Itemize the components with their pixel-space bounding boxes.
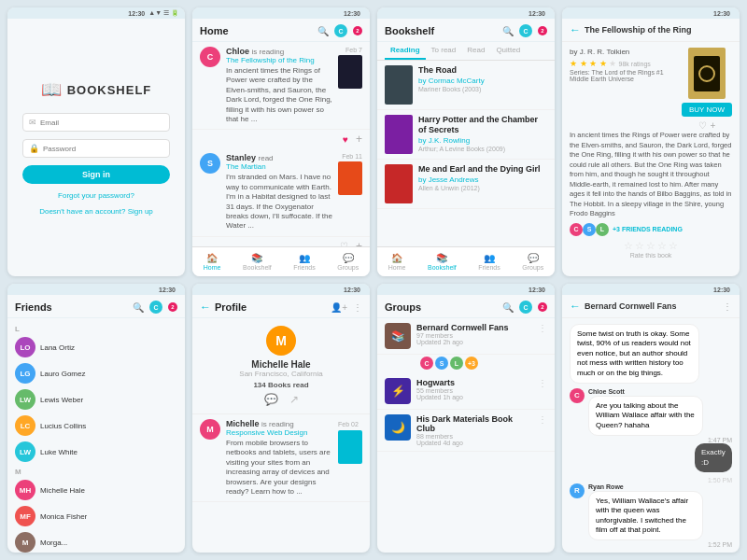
book-item-road[interactable]: The Road by Cormac McCarty Mariner Books… xyxy=(377,61,555,110)
book-item-hp[interactable]: Harry Potter and the Chamber of Secrets … xyxy=(377,110,555,160)
bookshelf-books: The Road by Cormac McCarty Mariner Books… xyxy=(377,61,555,246)
avatar-monica: MF xyxy=(15,506,35,526)
nav-friends-home[interactable]: 👥 Friends xyxy=(289,251,318,273)
feed-text-stanley: I'm stranded on Mars. I have no way to c… xyxy=(226,173,332,231)
user-avatar-friends[interactable]: C xyxy=(149,301,162,314)
notification-badge-bookshelf[interactable]: 2 xyxy=(538,26,547,35)
rate-star-3[interactable]: ☆ xyxy=(646,240,655,252)
add-icon-detail[interactable]: + xyxy=(711,120,716,131)
book-item-earl[interactable]: Me and Earl and the Dying Girl by Jesse … xyxy=(377,160,555,209)
status-bar-detail: 12:30 xyxy=(562,7,740,19)
search-icon-friends[interactable]: 🔍 xyxy=(133,302,144,313)
rate-star-2[interactable]: ☆ xyxy=(635,240,644,252)
signup-link[interactable]: Sign up xyxy=(128,207,153,216)
time: 12:30 xyxy=(128,10,145,17)
add-icon[interactable]: + xyxy=(356,133,362,146)
name-lucius: Lucius Collins xyxy=(40,422,86,430)
password-field[interactable]: 🔒 xyxy=(22,139,170,158)
msg-bubble-1: Some twist on truth is okay. Some twist,… xyxy=(570,324,699,384)
friend-lana[interactable]: LO Lana Ortiz xyxy=(15,334,177,360)
rate-star-5[interactable]: ☆ xyxy=(669,240,678,252)
detail-series: Series: The Lord of the Rings #1Middle E… xyxy=(570,69,664,82)
more-icon-chat[interactable]: ⋮ xyxy=(723,301,732,312)
heart-icon[interactable]: ♥ xyxy=(343,134,348,145)
group-menu-bernard[interactable]: ⋮ xyxy=(538,323,547,333)
profile-back-icon[interactable]: ← xyxy=(200,301,211,314)
book-pub-hp: Arthur; A Levine Books (2009) xyxy=(418,146,547,152)
feed-book-stanley[interactable]: The Martian xyxy=(226,162,332,171)
signin-button[interactable]: Sign in xyxy=(22,165,170,184)
chat-message-1: Some twist on truth is okay. Some twist,… xyxy=(570,324,732,384)
email-field[interactable]: ✉ xyxy=(22,113,170,132)
book-icon: 📖 xyxy=(41,79,62,100)
nav-home-bs[interactable]: 🏠 Home xyxy=(385,251,410,273)
friend-monica[interactable]: MF Monica Fisher xyxy=(15,503,177,529)
group-menu-hdm[interactable]: ⋮ xyxy=(538,414,547,425)
status-icons: ▲▼ ☰ 🔋 xyxy=(148,9,179,17)
nav-groups-home[interactable]: 💬 Groups xyxy=(333,251,362,273)
notification-avatar[interactable]: 2 xyxy=(353,26,362,35)
search-icon-groups[interactable]: 🔍 xyxy=(502,302,514,313)
nav-groups-bs[interactable]: 💬 Groups xyxy=(518,251,547,273)
notif-groups[interactable]: 2 xyxy=(538,302,547,312)
rate-star-1[interactable]: ☆ xyxy=(624,240,633,252)
share-icon-profile[interactable]: ↗ xyxy=(289,393,299,406)
tab-quitted[interactable]: Quitted xyxy=(490,42,526,60)
friends-title: Friends xyxy=(15,301,52,313)
back-icon[interactable]: ← xyxy=(570,23,581,36)
time-chat: 12:30 xyxy=(713,287,730,293)
friend-lucius[interactable]: LC Lucius Collins xyxy=(15,413,177,439)
msg-content-ryan: Ryan Rowe Yes, William Wallace's affair … xyxy=(588,483,732,549)
add-icon-stanley[interactable]: + xyxy=(356,240,362,246)
group-menu-hogwarts[interactable]: ⋮ xyxy=(538,378,547,388)
status-bar-chat: 12:30 xyxy=(562,284,740,295)
group-hogwarts[interactable]: ⚡ Hogwarts 55 members Updated 1h ago ⋮ xyxy=(377,373,555,410)
friends-reading-label[interactable]: +3 FRIENDS READING xyxy=(613,226,683,232)
more-icon-profile[interactable]: ⋮ xyxy=(353,302,362,313)
nav-bookshelf-home[interactable]: 📚 Bookshelf xyxy=(239,251,275,273)
status-bar-profile: 12:30 xyxy=(192,284,370,295)
nav-home[interactable]: 🏠 Home xyxy=(200,251,225,273)
wishlist-actions: ♡ + xyxy=(698,120,716,131)
groups-list: 📚 Bernard Cornwell Fans 97 members Updat… xyxy=(377,318,555,553)
user-avatar[interactable]: C xyxy=(334,24,347,37)
rate-star-4[interactable]: ☆ xyxy=(657,240,667,252)
friend-michelle[interactable]: MH Michelle Hale xyxy=(15,477,177,503)
user-avatar-groups[interactable]: C xyxy=(519,301,532,314)
profile-feed-book[interactable]: Responsive Web Design xyxy=(226,428,332,437)
feed-book-title[interactable]: The Fellowship of the Ring xyxy=(226,56,332,64)
person-add-icon[interactable]: 👤+ xyxy=(331,302,347,313)
forgot-password-link[interactable]: Forgot your password? xyxy=(58,191,134,200)
notif-friends[interactable]: 2 xyxy=(168,302,177,312)
group-bernard[interactable]: 📚 Bernard Cornwell Fans 97 members Updat… xyxy=(377,318,555,355)
chat-message-ryan: R Ryan Rowe Yes, William Wallace's affai… xyxy=(570,483,732,549)
feed-body-profile: Michelle is reading Responsive Web Desig… xyxy=(226,419,332,497)
group-hisdarkmaterials[interactable]: 🌙 His Dark Materials Book Club 88 member… xyxy=(377,410,555,452)
profile-action-icons: 💬 ↗ xyxy=(264,393,299,406)
heart-icon-detail[interactable]: ♡ xyxy=(698,120,707,131)
chat-back-icon[interactable]: ← xyxy=(570,300,581,313)
email-input[interactable] xyxy=(40,119,163,127)
message-icon-profile[interactable]: 💬 xyxy=(264,393,278,406)
buy-button[interactable]: BUY NOW xyxy=(682,103,732,117)
friends-panel: 12:30 Friends 🔍 C 2 L LO Lana Ortiz LG L… xyxy=(7,284,185,553)
profile-info: M Michelle Hale San Francisco, Californi… xyxy=(192,318,370,414)
status-bar-home: 12:30 xyxy=(192,7,370,19)
tab-read[interactable]: Read xyxy=(461,42,490,60)
friend-morga[interactable]: M Morga... xyxy=(15,529,177,553)
nav-friends-bs[interactable]: 👥 Friends xyxy=(474,251,503,273)
friend-luke[interactable]: LW Luke White xyxy=(15,439,177,465)
search-icon[interactable]: 🔍 xyxy=(317,26,329,36)
name-lana: Lana Ortiz xyxy=(40,343,75,352)
profile-header: ← Profile 👤+ ⋮ xyxy=(192,295,370,318)
msg-row-2: C Chloe Scott Are you talking about the … xyxy=(570,388,732,443)
friend-lauro[interactable]: LG Lauro Gomez xyxy=(15,360,177,386)
search-icon-bookshelf[interactable]: 🔍 xyxy=(502,26,514,36)
group-icon-bernard: 📚 xyxy=(385,323,411,349)
password-input[interactable] xyxy=(43,145,163,153)
tab-to-read[interactable]: To read xyxy=(426,42,462,60)
user-avatar-bookshelf[interactable]: C xyxy=(519,24,532,37)
tab-reading[interactable]: Reading xyxy=(385,42,426,60)
nav-bookshelf-bs[interactable]: 📚 Bookshelf xyxy=(424,251,460,273)
friend-lewis[interactable]: LW Lewis Weber xyxy=(15,386,177,413)
